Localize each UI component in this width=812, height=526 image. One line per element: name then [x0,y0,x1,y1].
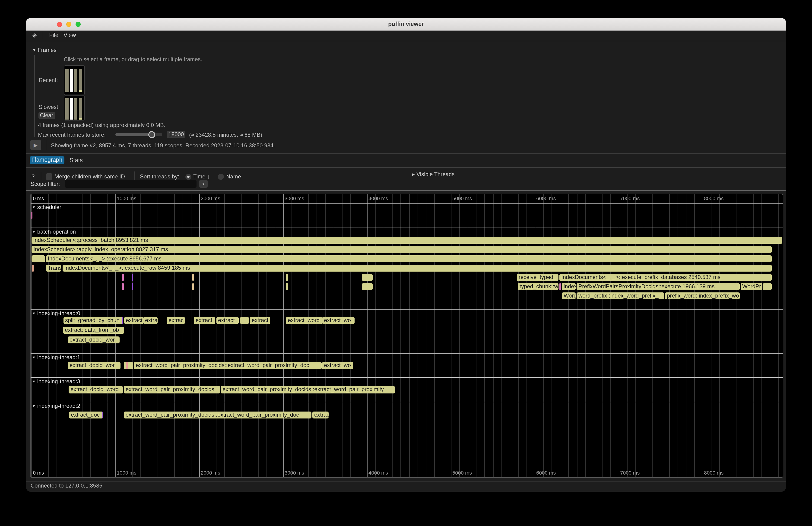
collapse-triangle-icon: ▼ [32,311,36,316]
scope-filter-input[interactable] [65,180,197,188]
scope-bar[interactable]: extract [250,317,270,324]
scope-bar[interactable]: PrefixWordPairsProximityDocids::execute … [577,283,740,290]
app-window: puffin viewer ✳ File View ▼ Frames Click… [26,18,786,492]
gridline-minor [291,194,292,477]
scope-bar[interactable] [32,264,33,272]
scope-bar[interactable] [126,362,128,369]
scope-bar[interactable] [122,274,124,281]
thread-header-batch-operation[interactable]: ▼ batch-operation [32,229,76,235]
tab-stats[interactable]: Stats [70,157,83,164]
scope-bar[interactable] [286,283,288,290]
scope-bar[interactable]: extract_ [194,317,215,324]
play-button[interactable]: ▶ [30,140,41,150]
scope-bar[interactable]: extract_doc [69,411,103,419]
recent-frames-thumbnail[interactable] [64,65,85,95]
thread-header-indexing-thread:1[interactable]: ▼ indexing-thread:1 [32,354,80,360]
scope-bar[interactable]: extract_ [216,317,239,324]
frame-bar-tip [78,90,82,91]
scope-bar[interactable]: WordPr [740,283,762,290]
scope-bar[interactable]: extract_word_pair_proximity_docids::extr… [124,411,311,419]
scope-bar[interactable]: extract_docid_wor [68,336,119,344]
sort-time-radio[interactable] [185,174,191,179]
scope-bar[interactable]: extract_docid_wor [68,362,120,369]
scope-bar[interactable] [102,411,103,419]
max-frames-value[interactable]: 18000 [167,131,185,138]
scope-bar[interactable]: typed_chunk::w [518,283,559,290]
slowest-frames-thumbnail[interactable] [64,96,85,120]
scope-bar[interactable] [31,211,32,219]
scope-bar[interactable] [122,317,123,324]
scope-bar[interactable]: Trans [46,264,61,272]
scope-bar[interactable] [362,274,373,281]
scope-bar[interactable]: IndexScheduler>::apply_index_operation 8… [31,246,772,253]
flamegraph-canvas[interactable]: 0 ms0 ms1000 ms1000 ms2000 ms2000 ms3000… [30,193,783,478]
scope-bar[interactable] [122,283,124,290]
clear-filter-button[interactable]: x [199,180,208,188]
merge-children-checkbox[interactable] [46,173,52,179]
sort-name-radio[interactable] [218,174,223,179]
scope-bar[interactable] [240,317,249,324]
max-frames-slider-knob[interactable] [148,131,155,138]
scope-bar[interactable] [132,274,133,281]
max-frames-slider-fill [115,133,148,136]
scope-bar[interactable] [286,274,288,281]
scope-bar[interactable]: extract_wo [322,317,354,324]
scope-bar[interactable] [192,274,194,281]
thread-header-indexing-thread:2[interactable]: ▼ indexing-thread:2 [32,403,80,409]
scope-bar[interactable]: extract_word_pair_proximity_docids::extr… [221,386,395,393]
scope-bar[interactable] [763,283,772,290]
scope-bar[interactable]: word_prefix::index_word_prefix_ [577,292,664,299]
scope-bar[interactable]: split_grenad_by_chun [63,317,122,324]
scope-bar[interactable]: extrac [313,411,329,419]
gridline-minor [250,194,250,477]
thread-header-scheduler[interactable]: ▼ scheduler [32,204,61,210]
scope-bar[interactable]: extract_docid_word [69,386,123,393]
visible-threads-header[interactable]: ▶ Visible Threads [412,171,455,177]
scope-bar[interactable] [560,283,561,290]
frames-section-header[interactable]: ▼ Frames [32,47,57,53]
scope-bar[interactable]: IndexDocuments<_, _>::execute_raw 8459.1… [62,264,772,272]
scope-bar[interactable]: Word [562,292,576,299]
menu-file[interactable]: File [49,30,58,41]
theme-toggle-icon[interactable]: ✳ [30,30,40,41]
tab-flamegraph[interactable]: Flamegraph [30,156,64,164]
section-separator [31,228,783,228]
scope-bar[interactable]: extract::data_from_ob [63,326,124,334]
scope-bar[interactable] [132,283,133,290]
scope-bar[interactable]: extract_word [286,317,322,324]
scope-bar-label: index [562,283,576,290]
scope-bar[interactable]: extract_word_pair_proximity_docids::extr… [134,362,322,369]
section-separator [31,309,783,310]
scope-bar[interactable]: prefix_word::index_prefix_wo [665,292,740,299]
gridline-minor [694,194,695,477]
help-icon[interactable]: ? [31,173,34,180]
gridline-minor [216,194,216,477]
gridline-minor [325,194,325,477]
scope-bar[interactable] [192,283,194,290]
scope-bar[interactable]: extra [143,317,158,324]
clear-button[interactable]: Clear [38,112,55,119]
thread-header-indexing-thread:3[interactable]: ▼ indexing-thread:3 [32,378,80,384]
scope-bar[interactable]: extract_word_pair_proximity_docids [124,386,220,393]
menu-separator [42,31,43,39]
scope-bar[interactable] [362,283,373,290]
scope-bar[interactable]: receive_typed_ [517,274,559,281]
menu-view[interactable]: View [63,30,76,41]
frame-bar [74,98,77,119]
scope-bar[interactable]: extract_wo [322,362,353,369]
scope-bar[interactable] [31,255,45,262]
scope-bar[interactable]: extract [124,317,143,324]
scope-bar[interactable]: IndexScheduler>::process_batch 8953.821 … [31,237,782,244]
scope-bar[interactable]: extrac [166,317,185,324]
scope-bar-label: extract_word_pair_proximity_docids::extr… [134,362,322,369]
gridline-major [451,194,451,477]
scope-bar[interactable]: index [562,283,576,290]
scope-bar-label: extract_ [194,317,215,324]
scope-bar[interactable]: IndexDocuments<_, _>::execute 8656.677 m… [46,255,772,262]
section-separator [31,402,783,402]
collapse-triangle-icon: ▼ [32,379,36,383]
scope-bar[interactable] [124,362,133,369]
slowest-label: Slowest: [39,104,60,110]
thread-header-indexing-thread:0[interactable]: ▼ indexing-thread:0 [32,310,80,316]
scope-bar[interactable]: IndexDocuments<_, _>::execute_prefix_dat… [560,274,772,281]
